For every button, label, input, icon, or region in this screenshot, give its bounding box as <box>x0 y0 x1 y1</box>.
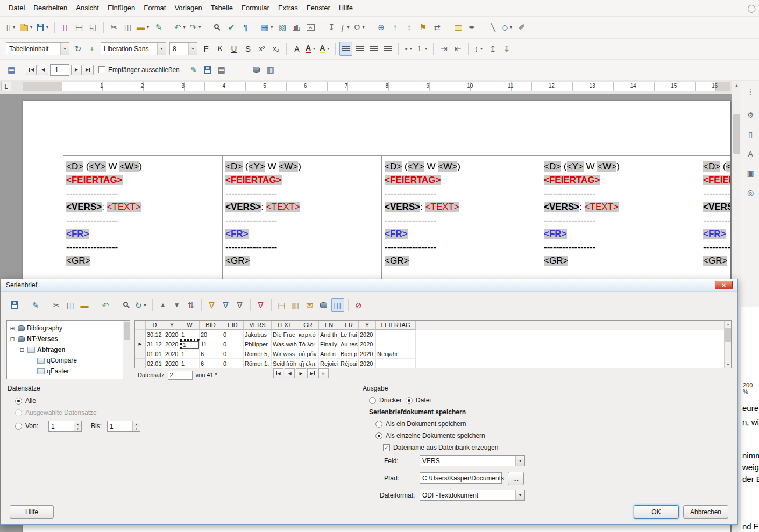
italic-button[interactable]: K <box>214 42 226 56</box>
superscript-button[interactable]: x² <box>256 42 268 56</box>
insert-endnote-button[interactable]: ‡ <box>403 20 416 34</box>
next-record-button[interactable]: ▶ <box>296 368 306 378</box>
font-size-combo[interactable]: 8▾ <box>169 42 197 55</box>
browse-button[interactable]: ... <box>508 472 524 485</box>
undo-button[interactable]: ↶ <box>99 298 112 312</box>
grid-cell[interactable] <box>376 339 416 349</box>
hyperlink-button[interactable]: ⊕ <box>375 20 388 34</box>
grid-cell[interactable]: Die Fruc <box>272 330 297 339</box>
menubar-overflow-icon[interactable]: ◯ <box>747 4 756 12</box>
refresh-button[interactable]: ↻▾ <box>134 298 148 312</box>
scroll-up-icon[interactable]: ▲ <box>725 321 732 328</box>
copy-button[interactable]: ◫ <box>64 298 77 312</box>
grid-cell[interactable]: 1 <box>180 359 200 368</box>
grid-cell[interactable]: Le frui <box>339 330 359 339</box>
sort-descending-button[interactable]: ▼ <box>171 298 183 312</box>
grid-cell[interactable]: 2020 <box>359 359 376 368</box>
print-merged-documents-button[interactable]: ▤ <box>215 63 228 77</box>
bold-button[interactable]: F <box>200 42 212 56</box>
sidebar-page-icon[interactable]: ▯ <box>744 128 757 141</box>
grid-cell[interactable]: 2020 <box>164 359 180 368</box>
grid-cell[interactable]: 02.01 <box>146 359 164 368</box>
last-record-button[interactable]: ▶ <box>83 65 94 75</box>
grid-cell[interactable]: Philipper <box>244 339 272 349</box>
scrollbar-thumb[interactable] <box>124 322 130 340</box>
radio-icon[interactable] <box>15 423 22 430</box>
print-preview-button[interactable]: ◱ <box>87 20 100 34</box>
grid-cell[interactable]: Τὸ λοι <box>297 339 319 349</box>
insert-field-button[interactable]: ƒ▾ <box>339 20 352 34</box>
radio-icon[interactable] <box>406 397 413 404</box>
radio-icon[interactable] <box>15 409 22 416</box>
grid-cell[interactable]: 20 <box>200 330 222 339</box>
grid-cell[interactable]: οὐ μόν <box>297 349 319 359</box>
collapse-icon[interactable]: ⊟ <box>19 346 25 353</box>
clone-formatting-button[interactable]: ✎ <box>152 20 165 34</box>
grid-cell[interactable]: Seid fröh <box>272 359 297 368</box>
next-record-button[interactable]: ▶ <box>71 65 82 75</box>
insert-comment-button[interactable] <box>452 20 465 34</box>
underline-button[interactable]: U <box>228 42 240 56</box>
apply-filter-button[interactable]: ∇ <box>219 298 232 312</box>
cut-button[interactable]: ✂ <box>108 20 120 34</box>
cut-button[interactable]: ✂ <box>50 298 63 312</box>
sidebar-navigator-icon[interactable]: ◎ <box>744 186 757 199</box>
radio-datei[interactable]: Datei <box>406 396 431 404</box>
highlight-color-button[interactable]: A▾ <box>318 42 331 56</box>
increase-indent-button[interactable]: ⇥ <box>437 42 450 56</box>
grid-column-header[interactable]: VERS <box>244 321 272 330</box>
grid-cell[interactable]: 01.01 <box>146 349 164 359</box>
menu-einfuegen[interactable]: Einfügen <box>103 2 139 14</box>
grid-cell[interactable] <box>376 330 416 339</box>
sidebar-clipboard-icon[interactable]: ▣ <box>744 167 757 180</box>
save-merged-documents-button[interactable] <box>201 63 214 77</box>
grid-cell[interactable]: 2020 <box>359 339 376 349</box>
grid-row-header[interactable]: ▶ <box>135 339 146 349</box>
grid-cell[interactable]: 6 <box>200 349 222 359</box>
bis-input[interactable]: 1▴▾ <box>107 421 140 432</box>
grid-cell[interactable]: 2020 <box>359 330 376 339</box>
grid-cell[interactable]: 2020 <box>164 349 180 359</box>
grid-column-header[interactable]: FEIERTAG <box>376 321 416 330</box>
grid-cell[interactable]: 0 <box>222 339 244 349</box>
open-button[interactable]: ▾ <box>19 20 34 34</box>
grid-column-header[interactable]: GR <box>297 321 319 330</box>
radio-von[interactable]: Von: <box>15 422 38 430</box>
decrease-paragraph-spacing-button[interactable]: ↧ <box>500 42 513 56</box>
insert-footnote-button[interactable]: † <box>389 20 402 34</box>
edit-individual-documents-button[interactable]: ✎ <box>187 63 200 77</box>
tree-item-qeaster[interactable]: qEaster <box>7 366 130 377</box>
previous-record-button[interactable]: ◀ <box>285 368 295 378</box>
radio-ausgewaehlte[interactable]: Ausgewählte Datensätze <box>15 409 97 416</box>
grid-cell[interactable]: And n <box>319 349 339 359</box>
insert-image-button[interactable]: ▧ <box>276 20 289 34</box>
mail-merge-button[interactable]: ✉ <box>303 298 316 312</box>
checkbox-icon[interactable]: ✓ <box>383 444 390 451</box>
show-draw-functions-button[interactable]: ✐ <box>515 20 528 34</box>
grid-cell[interactable]: Finally <box>319 339 339 349</box>
dialog-close-button[interactable]: ✕ <box>715 281 733 289</box>
radio-einzelne-dokumente[interactable]: Als einzelne Dokumente speichern <box>375 432 485 439</box>
radio-ein-dokument[interactable]: Als ein Dokument speichern <box>375 420 466 428</box>
standard-filter-button[interactable]: ∇ <box>233 298 246 312</box>
grid-column-header[interactable]: W <box>180 321 200 330</box>
exclude-recipient-checkbox[interactable] <box>98 66 105 73</box>
save-record-button[interactable] <box>8 298 21 312</box>
align-right-button[interactable] <box>367 42 380 56</box>
grid-cell[interactable]: Jakobus <box>244 330 272 339</box>
grid-cell[interactable]: 0 <box>222 349 244 359</box>
grid-column-header[interactable]: EID <box>222 321 244 330</box>
grid-column-header[interactable]: D <box>146 321 164 330</box>
increase-paragraph-spacing-button[interactable]: ↥ <box>486 42 499 56</box>
dateiformat-combo[interactable]: ODF-Textdokument▾ <box>420 490 525 501</box>
save-button[interactable]: ▾ <box>36 20 51 34</box>
grid-cell[interactable]: Rejoici <box>319 359 339 368</box>
insert-bookmark-button[interactable]: ⚑ <box>417 20 430 34</box>
first-record-button[interactable]: ◀ <box>26 65 37 75</box>
explorer-toggle-button[interactable]: ◫ <box>331 298 344 312</box>
grid-cell[interactable]: 6 <box>200 359 222 368</box>
grid-cell[interactable] <box>376 359 416 368</box>
menu-ansicht[interactable]: Ansicht <box>72 2 103 14</box>
grid-column-header[interactable]: FR <box>339 321 359 330</box>
hilfe-button[interactable]: Hilfe <box>10 505 54 519</box>
